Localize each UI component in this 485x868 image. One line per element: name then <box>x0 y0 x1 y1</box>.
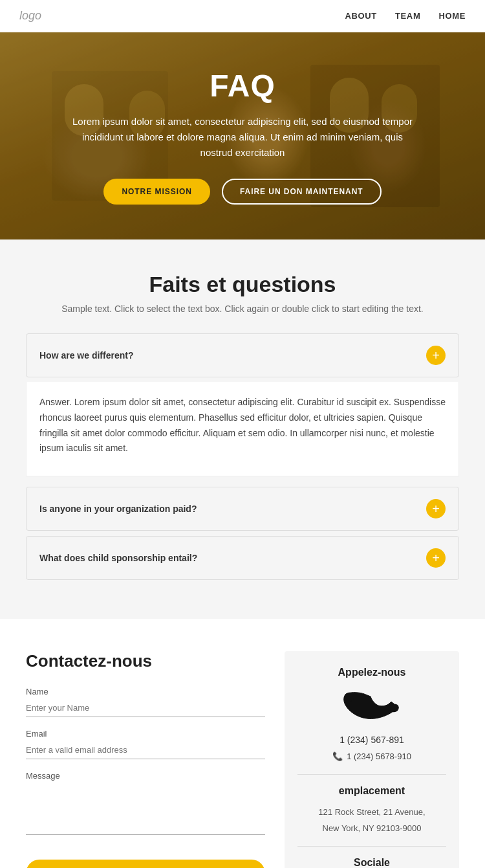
divider-1 <box>297 774 446 775</box>
faq-question-1: How are we different? <box>39 350 133 361</box>
hero-section: FAQ Lorem ipsum dolor sit amet, consecte… <box>0 32 485 239</box>
address-line2: New York, NY 92103-9000 <box>297 822 446 836</box>
phone-icon-small: 📞 <box>332 751 343 761</box>
email-label: Email <box>26 729 265 739</box>
hero-title: FAQ <box>68 68 417 104</box>
faq-answer-text-1: Answer. Lorem ipsum dolor sit amet, cons… <box>39 395 446 456</box>
contact-section: Contactez-nous Name Email Message SOUMET… <box>0 619 485 868</box>
faq-question-row-2[interactable]: Is anyone in your organization paid? + <box>27 487 458 530</box>
name-field-group: Name <box>26 687 265 717</box>
phone-secondary-row: 📞 1 (234) 5678-910 <box>297 751 446 761</box>
hero-content: FAQ Lorem ipsum dolor sit amet, consecte… <box>42 68 443 205</box>
phone-icon <box>339 687 404 723</box>
faq-toggle-icon-3[interactable]: + <box>426 548 446 568</box>
faq-heading: Faits et questions <box>26 272 459 297</box>
logo: logo <box>19 9 41 23</box>
navbar: logo ABOUT TEAM HOME <box>0 0 485 32</box>
call-section: Appelez-nous 1 (234) 567-891 📞 1 (234) 5… <box>297 667 446 761</box>
name-label: Name <box>26 687 265 696</box>
email-field-group: Email <box>26 729 265 759</box>
faq-subtext: Sample text. Click to select the text bo… <box>26 304 459 314</box>
contact-title: Contactez-nous <box>26 651 265 671</box>
nav-home[interactable]: HOME <box>438 11 466 21</box>
submit-button[interactable]: SOUMETTRE <box>26 860 265 868</box>
faq-section: Faits et questions Sample text. Click to… <box>0 239 485 619</box>
faq-question-2: Is anyone in your organization paid? <box>39 504 197 514</box>
message-textarea[interactable] <box>26 783 265 835</box>
phone-icon-wrap <box>297 687 446 726</box>
faq-question-row-1[interactable]: How are we different? + <box>27 334 458 377</box>
faq-question-3: What does child sponsorship entail? <box>39 553 197 563</box>
location-section: emplacement 121 Rock Street, 21 Avenue, … <box>297 785 446 836</box>
address-line1: 121 Rock Street, 21 Avenue, <box>297 806 446 819</box>
faq-toggle-icon-1[interactable]: + <box>426 346 446 365</box>
message-field-group: Message <box>26 771 265 838</box>
message-label: Message <box>26 771 265 781</box>
phone-primary: 1 (234) 567-891 <box>297 735 446 745</box>
faq-item-1: How are we different? + <box>26 333 459 377</box>
name-input[interactable] <box>26 699 265 717</box>
hero-subtitle: Lorem ipsum dolor sit amet, consectetur … <box>68 114 417 161</box>
phone-secondary-number: 1 (234) 5678-910 <box>347 751 411 761</box>
nav-links: ABOUT TEAM HOME <box>345 11 466 21</box>
faq-question-row-3[interactable]: What does child sponsorship entail? + <box>27 537 458 579</box>
call-title: Appelez-nous <box>297 667 446 678</box>
faire-don-button[interactable]: FAIRE UN DON MAINTENANT <box>222 179 382 205</box>
location-title: emplacement <box>297 785 446 797</box>
faq-item-2: Is anyone in your organization paid? + <box>26 487 459 531</box>
social-title: Sociale <box>297 857 446 868</box>
faq-answer-1: Answer. Lorem ipsum dolor sit amet, cons… <box>26 382 459 476</box>
contact-form-side: Contactez-nous Name Email Message SOUMET… <box>26 651 265 868</box>
contact-info-side: Appelez-nous 1 (234) 567-891 📞 1 (234) 5… <box>285 651 459 868</box>
hero-buttons: NOTRE MISSION FAIRE UN DON MAINTENANT <box>68 179 417 205</box>
email-input[interactable] <box>26 741 265 759</box>
nav-team[interactable]: TEAM <box>395 11 420 21</box>
notre-mission-button[interactable]: NOTRE MISSION <box>103 179 210 205</box>
social-section: Sociale <box>297 857 446 868</box>
nav-about[interactable]: ABOUT <box>345 11 376 21</box>
faq-toggle-icon-2[interactable]: + <box>426 499 446 518</box>
divider-2 <box>297 846 446 847</box>
faq-item-3: What does child sponsorship entail? + <box>26 536 459 580</box>
